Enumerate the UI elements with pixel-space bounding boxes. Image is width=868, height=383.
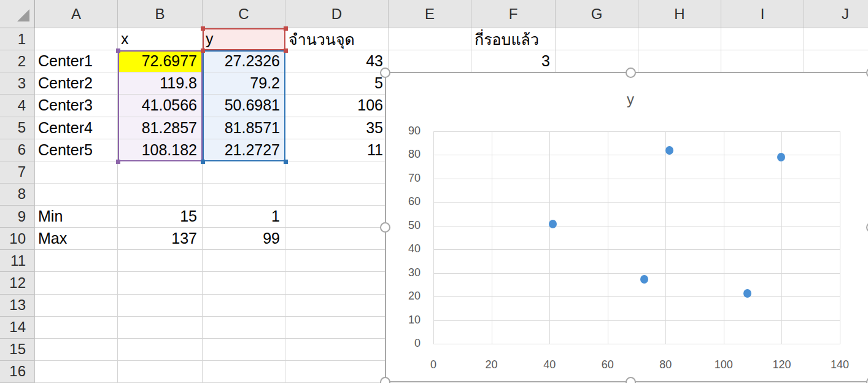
cell-B14[interactable]: [118, 317, 203, 339]
column-header-J[interactable]: J: [804, 0, 868, 28]
chart-y-values-range-handle[interactable]: [201, 160, 205, 164]
cell-A13[interactable]: [35, 295, 118, 317]
cell-C15[interactable]: [203, 339, 285, 361]
cell-A4[interactable]: Center3: [35, 95, 118, 117]
cell-F2[interactable]: 3: [471, 50, 556, 72]
cell-D6[interactable]: 11: [285, 139, 389, 161]
data-point[interactable]: [549, 220, 557, 228]
cell-D5[interactable]: 35: [285, 117, 389, 139]
column-header-C[interactable]: C: [203, 0, 285, 28]
chart-series-name-range-handle[interactable]: [201, 48, 205, 53]
row-header-1[interactable]: 1: [0, 28, 35, 50]
cell-I2[interactable]: [721, 50, 804, 72]
cell-A10[interactable]: Max: [35, 228, 118, 250]
cell-A1[interactable]: [35, 28, 118, 50]
column-header-B[interactable]: B: [118, 0, 203, 28]
cell-D7[interactable]: [285, 161, 389, 184]
chart-series-name-range-handle[interactable]: [201, 26, 205, 31]
row-header-3[interactable]: 3: [0, 72, 35, 95]
chart-selection-handle[interactable]: [380, 377, 390, 383]
cell-B4[interactable]: 41.0566: [118, 95, 203, 117]
cell-D2[interactable]: 43: [285, 50, 389, 72]
cell-B8[interactable]: [118, 184, 203, 206]
cell-E2[interactable]: [389, 50, 471, 72]
cell-D9[interactable]: [285, 206, 389, 228]
cell-C10[interactable]: 99: [203, 228, 285, 250]
cell-A6[interactable]: Center5: [35, 139, 118, 161]
scatter-chart[interactable]: y 0204060801001201400102030405060708090: [385, 72, 868, 383]
cell-C7[interactable]: [203, 161, 285, 184]
cell-J2[interactable]: [804, 50, 868, 72]
cell-C12[interactable]: [203, 272, 285, 294]
column-header-F[interactable]: F: [471, 0, 556, 28]
row-header-16[interactable]: 16: [0, 361, 35, 383]
chart-series-name-range-handle[interactable]: [284, 48, 288, 53]
cell-C14[interactable]: [203, 317, 285, 339]
chart-selection-handle[interactable]: [626, 377, 636, 383]
column-header-A[interactable]: A: [35, 0, 118, 28]
cell-D8[interactable]: [285, 184, 389, 206]
cell-B9[interactable]: 15: [118, 206, 203, 228]
cell-A8[interactable]: [35, 184, 118, 206]
row-header-11[interactable]: 11: [0, 250, 35, 272]
chart-x-values-range-handle[interactable]: [116, 160, 120, 164]
row-header-12[interactable]: 12: [0, 272, 35, 294]
cell-E1[interactable]: [389, 28, 471, 50]
cell-A5[interactable]: Center4: [35, 117, 118, 139]
chart-x-values-range-handle[interactable]: [116, 48, 120, 53]
cell-A11[interactable]: [35, 250, 118, 272]
row-header-7[interactable]: 7: [0, 161, 35, 184]
cell-D14[interactable]: [285, 317, 389, 339]
cell-A2[interactable]: Center1: [35, 50, 118, 72]
column-header-G[interactable]: G: [556, 0, 638, 28]
row-header-13[interactable]: 13: [0, 295, 35, 317]
cell-D12[interactable]: [285, 272, 389, 294]
cell-A3[interactable]: Center2: [35, 72, 118, 95]
cell-D4[interactable]: 106: [285, 95, 389, 117]
row-header-10[interactable]: 10: [0, 228, 35, 250]
row-header-4[interactable]: 4: [0, 95, 35, 117]
cell-G1[interactable]: [556, 28, 638, 50]
cell-H2[interactable]: [638, 50, 721, 72]
chart-selection-handle[interactable]: [626, 68, 636, 78]
cell-D1[interactable]: จำนวนจุด: [285, 28, 389, 50]
cell-B7[interactable]: [118, 161, 203, 184]
cell-A7[interactable]: [35, 161, 118, 184]
row-header-14[interactable]: 14: [0, 317, 35, 339]
cell-B11[interactable]: [118, 250, 203, 272]
column-header-H[interactable]: H: [638, 0, 721, 28]
cell-B1[interactable]: x: [118, 28, 203, 50]
cell-A9[interactable]: Min: [35, 206, 118, 228]
row-header-6[interactable]: 6: [0, 139, 35, 161]
cell-C1[interactable]: y: [203, 28, 285, 50]
cell-A14[interactable]: [35, 317, 118, 339]
chart-selection-handle[interactable]: [380, 68, 390, 78]
cell-C5[interactable]: 81.8571: [203, 117, 285, 139]
cell-J1[interactable]: [804, 28, 868, 50]
chart-series-name-range-handle[interactable]: [284, 26, 288, 31]
data-point[interactable]: [777, 153, 785, 161]
cell-C13[interactable]: [203, 295, 285, 317]
cell-H1[interactable]: [638, 28, 721, 50]
row-header-5[interactable]: 5: [0, 117, 35, 139]
cell-F1[interactable]: กี่รอบแล้ว: [471, 28, 556, 50]
chart-y-values-range-handle[interactable]: [284, 160, 288, 164]
chart-selection-handle[interactable]: [380, 222, 390, 233]
cell-C16[interactable]: [203, 361, 285, 383]
cell-A12[interactable]: [35, 272, 118, 294]
chart-title[interactable]: y: [627, 91, 634, 108]
row-header-15[interactable]: 15: [0, 339, 35, 361]
cell-C11[interactable]: [203, 250, 285, 272]
cell-A15[interactable]: [35, 339, 118, 361]
column-header-E[interactable]: E: [389, 0, 471, 28]
cell-B3[interactable]: 119.8: [118, 72, 203, 95]
cell-C4[interactable]: 50.6981: [203, 95, 285, 117]
cell-C3[interactable]: 79.2: [203, 72, 285, 95]
cell-C2[interactable]: 27.2326: [203, 50, 285, 72]
cell-D15[interactable]: [285, 339, 389, 361]
row-header-2[interactable]: 2: [0, 50, 35, 72]
cell-D11[interactable]: [285, 250, 389, 272]
row-header-8[interactable]: 8: [0, 184, 35, 206]
cell-A16[interactable]: [35, 361, 118, 383]
cell-B5[interactable]: 81.2857: [118, 117, 203, 139]
